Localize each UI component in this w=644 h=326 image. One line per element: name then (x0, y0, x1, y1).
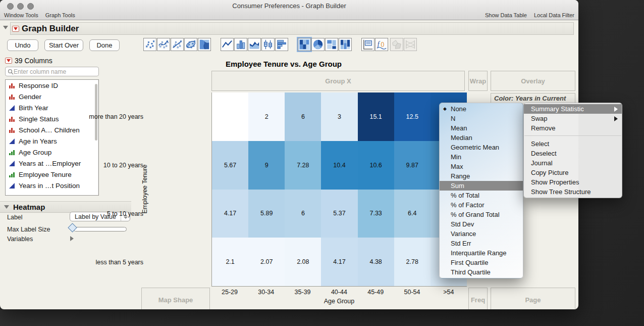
heatmap-cell[interactable]: 5.37 (321, 190, 357, 238)
heatmap-cell[interactable]: 3 (321, 92, 357, 141)
graph-type-line-button[interactable] (221, 38, 234, 51)
graph-type-formula-button[interactable]: f() (375, 38, 388, 51)
heatmap-cell[interactable]: 6 (285, 92, 321, 141)
max-label-size-slider[interactable] (73, 227, 127, 231)
list-item-gender[interactable]: Gender (6, 91, 98, 102)
menu-item-sum[interactable]: Sum (440, 181, 523, 191)
menu-item-third-quartile[interactable]: Third Quartile (440, 267, 523, 277)
menu-item-swap[interactable]: Swap (524, 114, 622, 123)
menu-item-show-tree-structure[interactable]: Show Tree Structure (524, 187, 622, 197)
list-item-school-a-children[interactable]: School A… Children (6, 124, 98, 135)
menu-graph-tools[interactable]: Graph Tools (45, 12, 75, 18)
menu-item-median[interactable]: Median (440, 133, 523, 143)
graph-type-ellipse-button[interactable] (184, 38, 197, 51)
start-over-button[interactable]: Start Over (44, 39, 83, 51)
menu-item-geometric-mean[interactable]: Geometric Mean (440, 143, 523, 152)
drop-zone-overlay[interactable]: Overlay (491, 71, 575, 91)
menu-item-variance[interactable]: Variance (440, 229, 523, 239)
y-tick-label: less than 5 years (73, 256, 143, 268)
graph-type-points-button[interactable] (143, 38, 156, 51)
column-label: Age Group (19, 149, 51, 156)
graph-type-heatmap-button[interactable] (298, 38, 311, 51)
graph-type-mosaic-button[interactable] (339, 38, 352, 51)
graph-type-area-button[interactable] (248, 38, 261, 51)
heatmap-cell[interactable]: 2 (248, 92, 285, 141)
red-triangle-menu-icon[interactable] (12, 26, 19, 32)
column-search-input[interactable] (14, 68, 96, 75)
heatmap-cell[interactable]: 2.07 (248, 238, 285, 286)
heatmap-cell[interactable]: 7.28 (285, 141, 321, 190)
menu-item-min[interactable]: Min (440, 152, 523, 162)
desktop: Consumer Preferences - Graph Builder Win… (0, 0, 644, 326)
heatmap-cell[interactable]: 9 (248, 141, 285, 190)
undo-button[interactable]: Undo (7, 39, 38, 51)
graph-type-treemap-button[interactable] (325, 38, 338, 51)
graph-type-contour-button[interactable] (198, 38, 211, 51)
outline-collapse-icon[interactable] (3, 26, 8, 29)
menu-item-std-dev[interactable]: Std Dev (440, 219, 523, 229)
menu-item--of-factor[interactable]: % of Factor (440, 200, 523, 210)
drop-zone-wrap[interactable]: Wrap (468, 71, 488, 91)
red-triangle-menu-icon[interactable] (5, 58, 12, 64)
drop-zone-page[interactable]: Page (491, 288, 575, 309)
menu-item-copy-picture[interactable]: Copy Picture (524, 168, 622, 177)
list-item-response-id[interactable]: Response ID (6, 80, 98, 91)
graph-type-line-of-fit-button[interactable] (171, 38, 184, 51)
menu-item-none[interactable]: ◆None (440, 104, 523, 114)
column-label: Employee Tenure (19, 171, 72, 178)
graph-type-bar-button[interactable] (234, 38, 247, 51)
menu-item--of-grand-total[interactable]: % of Grand Total (440, 210, 523, 219)
heatmap-cell[interactable]: 5.89 (248, 190, 285, 238)
graph-type-map-shapes-button[interactable] (390, 38, 403, 51)
heatmap-cell[interactable]: 6.4 (394, 190, 431, 238)
graph-type-smoother-button[interactable] (157, 38, 170, 51)
heatmap-cell[interactable]: 4.17 (212, 190, 248, 238)
heatmap-cell[interactable]: 2.08 (285, 238, 321, 286)
menu-item-journal[interactable]: Journal (524, 158, 622, 168)
graph-type-histogram-button[interactable] (275, 38, 288, 51)
graph-type-box-plot-button[interactable] (261, 38, 275, 51)
menu-item-label: Swap (531, 115, 548, 122)
heatmap-cell[interactable]: 10.6 (358, 141, 394, 190)
menu-item-max[interactable]: Max (440, 162, 523, 171)
menu-item-std-err[interactable]: Std Err (440, 239, 523, 248)
menu-item-n[interactable]: N (440, 114, 523, 123)
heatmap-cell[interactable]: 12.5 (394, 92, 431, 141)
drop-zone-group-x[interactable]: Group X (211, 71, 465, 91)
list-item-age-in-years[interactable]: Age in Years (6, 135, 98, 147)
heatmap-cell[interactable]: 7.33 (358, 190, 394, 238)
heatmap-cell[interactable]: 10.4 (321, 141, 357, 190)
list-item-years-in-t-position[interactable]: Years in …t Position (6, 180, 98, 191)
drop-zone-freq[interactable]: Freq (468, 288, 488, 309)
heatmap-cell[interactable]: 2.1 (212, 238, 248, 286)
graph-type-pie-button[interactable] (311, 38, 325, 51)
heatmap-cell[interactable]: 2.78 (394, 238, 431, 286)
menu-item-remove[interactable]: Remove (524, 123, 622, 133)
graph-type-caption-box-button[interactable] (361, 38, 374, 51)
done-button[interactable]: Done (89, 39, 120, 51)
graph-type-parallel-button[interactable] (404, 38, 417, 51)
menu-item-mean[interactable]: Mean (440, 123, 523, 133)
variables-expand-icon[interactable] (70, 236, 74, 241)
menu-item-range[interactable]: Range (440, 171, 523, 181)
heatmap-cell[interactable]: 6 (285, 190, 321, 238)
local-data-filter-button[interactable]: Local Data Filter (534, 12, 574, 18)
drop-zone-map-shape[interactable]: Map Shape (141, 288, 210, 309)
heatmap-cell[interactable]: 4.38 (358, 238, 394, 286)
menu-item-interquartile-range[interactable]: Interquartile Range (440, 248, 523, 258)
menu-window-tools[interactable]: Window Tools (4, 12, 38, 18)
menu-item-summary-statistic[interactable]: Summary Statistic (524, 104, 622, 114)
heatmap-cell[interactable]: 15.1 (358, 92, 394, 141)
menu-item-show-properties[interactable]: Show Properties (524, 177, 622, 187)
menu-item-deselect[interactable]: Deselect (524, 149, 622, 158)
menu-item-select[interactable]: Select (524, 139, 622, 149)
menu-item-first-quartile[interactable]: First Quartile (440, 258, 523, 267)
show-data-table-button[interactable]: Show Data Table (485, 12, 527, 18)
heatmap-cell[interactable]: 5.67 (212, 141, 248, 190)
menu-item--of-total[interactable]: % of Total (440, 191, 523, 200)
heatmap-cell[interactable]: 4.17 (321, 238, 357, 286)
panel-collapse-icon[interactable] (4, 205, 9, 209)
heatmap-cell[interactable] (212, 92, 248, 141)
list-item-age-group[interactable]: Age Group (6, 147, 98, 158)
heatmap-cell[interactable]: 9.87 (394, 141, 431, 190)
